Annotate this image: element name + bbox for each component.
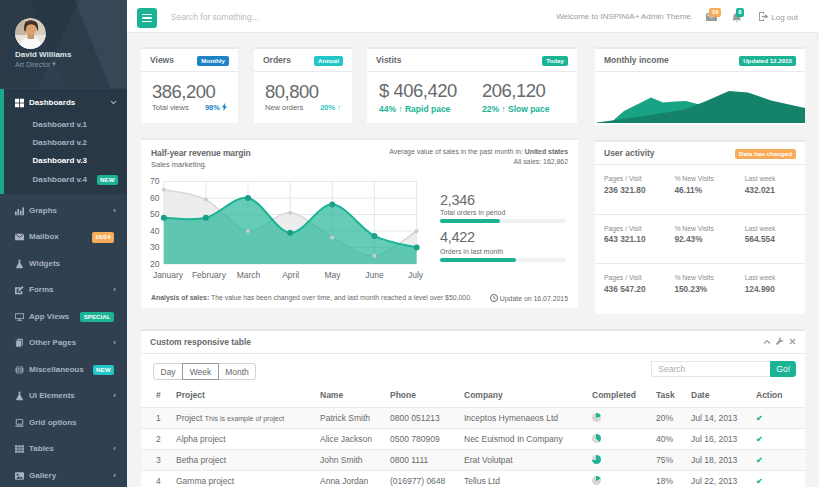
- svg-text:April: April: [282, 270, 299, 280]
- svg-text:20: 20: [150, 259, 160, 269]
- svg-text:70: 70: [150, 176, 160, 186]
- svg-text:July: July: [408, 270, 424, 280]
- svg-text:30: 30: [150, 242, 160, 252]
- svg-text:May: May: [324, 270, 341, 280]
- svg-text:January: January: [153, 270, 184, 280]
- svg-text:February: February: [192, 270, 227, 280]
- svg-text:June: June: [365, 270, 384, 280]
- svg-text:50: 50: [150, 209, 160, 219]
- svg-text:60: 60: [150, 193, 160, 203]
- svg-text:March: March: [237, 270, 261, 280]
- svg-text:40: 40: [150, 226, 160, 236]
